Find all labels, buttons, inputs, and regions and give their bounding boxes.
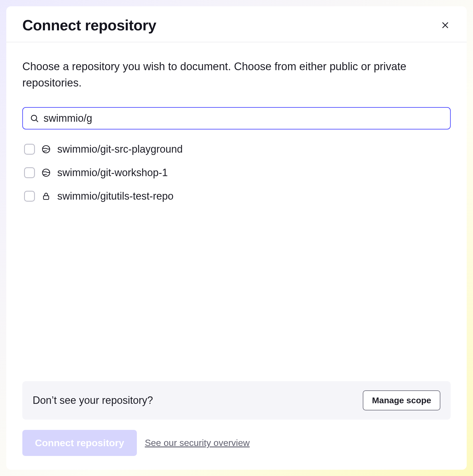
repo-name: swimmio/gitutils-test-repo	[57, 190, 174, 202]
repo-row[interactable]: swimmio/gitutils-test-repo	[22, 184, 451, 208]
search-field[interactable]	[22, 107, 451, 129]
repo-list: swimmio/git-src-playgroundswimmio/git-wo…	[22, 137, 451, 208]
manage-scope-button[interactable]: Manage scope	[363, 390, 440, 410]
connect-repository-modal: Connect repository Choose a repository y…	[6, 6, 467, 470]
modal-description: Choose a repository you wish to document…	[22, 58, 451, 91]
repo-row[interactable]: swimmio/git-src-playground	[22, 137, 451, 161]
modal-body: Choose a repository you wish to document…	[6, 42, 467, 470]
repo-checkbox[interactable]	[24, 144, 35, 155]
repo-row[interactable]: swimmio/git-workshop-1	[22, 161, 451, 184]
scope-bar: Don’t see your repository? Manage scope	[22, 381, 451, 420]
close-button[interactable]	[440, 20, 451, 31]
globe-icon	[41, 144, 51, 154]
search-icon	[30, 114, 39, 123]
scope-prompt: Don’t see your repository?	[33, 394, 153, 406]
modal-footer: Connect repository See our security over…	[22, 430, 451, 470]
connect-repository-button[interactable]: Connect repository	[22, 430, 137, 456]
repo-checkbox[interactable]	[24, 191, 35, 202]
lock-icon	[41, 191, 51, 201]
repo-name: swimmio/git-workshop-1	[57, 167, 168, 179]
close-icon	[441, 21, 450, 29]
svg-line-3	[36, 120, 38, 122]
repo-checkbox[interactable]	[24, 167, 35, 178]
globe-icon	[41, 168, 51, 178]
modal-title: Connect repository	[22, 17, 156, 34]
search-input[interactable]	[44, 112, 443, 124]
security-overview-link[interactable]: See our security overview	[145, 438, 250, 448]
modal-header: Connect repository	[6, 6, 467, 42]
svg-rect-6	[44, 196, 49, 200]
repo-name: swimmio/git-src-playground	[57, 143, 183, 155]
